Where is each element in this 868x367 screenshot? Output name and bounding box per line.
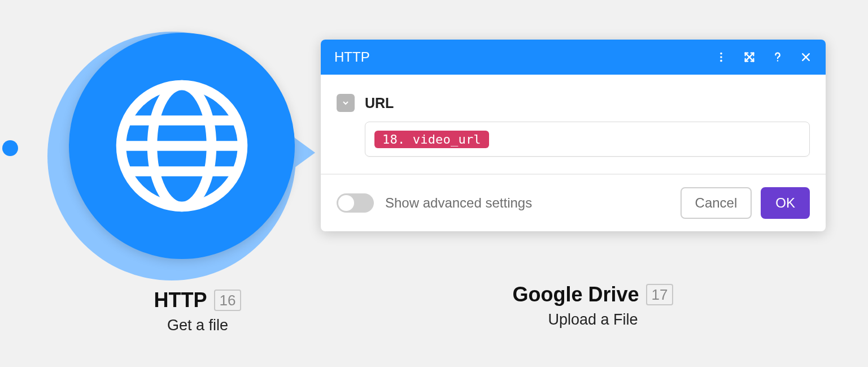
http-module-label: HTTP 16 Get a file bbox=[119, 288, 277, 334]
advanced-settings-toggle[interactable] bbox=[337, 193, 374, 213]
url-input[interactable]: 18. video_url bbox=[365, 122, 810, 157]
http-config-dialog: HTTP bbox=[321, 40, 826, 231]
ok-button[interactable]: OK bbox=[761, 187, 810, 219]
svg-point-6 bbox=[720, 56, 722, 58]
variable-pill[interactable]: 18. video_url bbox=[374, 131, 489, 148]
advanced-settings-label: Show advanced settings bbox=[385, 195, 681, 211]
toggle-knob bbox=[338, 195, 354, 211]
help-icon[interactable] bbox=[771, 51, 784, 63]
gdrive-module-id-badge: 17 bbox=[646, 284, 674, 305]
expand-icon[interactable] bbox=[743, 51, 756, 63]
gdrive-module-name: Google Drive bbox=[513, 283, 639, 306]
collapse-toggle[interactable] bbox=[337, 94, 355, 112]
http-module-id-badge: 16 bbox=[214, 290, 242, 311]
http-module-name: HTTP bbox=[154, 288, 207, 312]
canvas-edge-dot bbox=[2, 140, 18, 156]
gdrive-module-subtitle: Upload a File bbox=[440, 311, 745, 329]
more-icon[interactable] bbox=[715, 51, 727, 63]
svg-point-5 bbox=[720, 53, 722, 55]
url-field-label: URL bbox=[365, 95, 810, 111]
svg-point-8 bbox=[777, 60, 778, 61]
dialog-titlebar: HTTP bbox=[321, 40, 826, 75]
http-module-subtitle: Get a file bbox=[119, 317, 277, 334]
svg-point-7 bbox=[720, 60, 722, 62]
globe-icon bbox=[111, 75, 252, 217]
cancel-button[interactable]: Cancel bbox=[681, 187, 752, 219]
dialog-title: HTTP bbox=[334, 49, 715, 65]
close-icon[interactable] bbox=[800, 51, 812, 63]
http-module-disk[interactable] bbox=[69, 33, 295, 259]
gdrive-module-label: Google Drive 17 Upload a File bbox=[440, 283, 745, 329]
